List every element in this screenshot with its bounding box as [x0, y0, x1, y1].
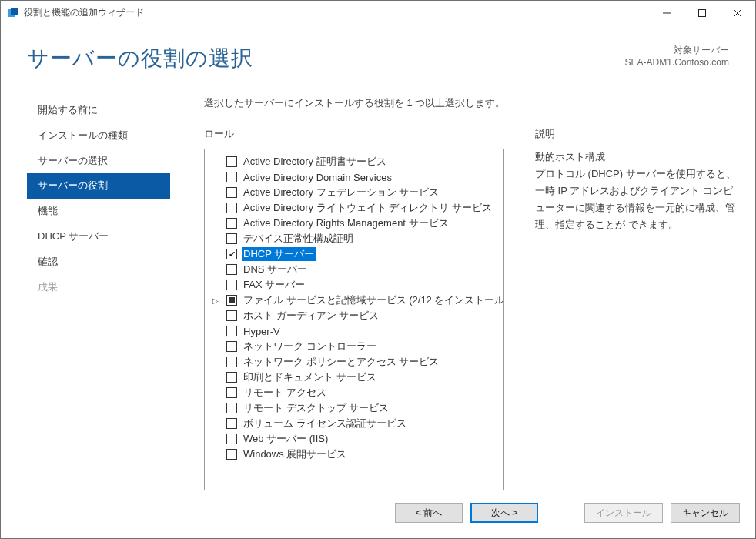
- role-label: 印刷とドキュメント サービス: [242, 370, 378, 384]
- page-title: サーバーの役割の選択: [27, 44, 253, 73]
- description-text: 動的ホスト構成プロトコル (DHCP) サーバーを使用すると、一時 IP アドレ…: [535, 149, 740, 233]
- role-label: Active Directory ライトウェイト ディレクトリ サービス: [242, 201, 493, 215]
- role-checkbox[interactable]: [226, 280, 237, 290]
- columns: ロール Active Directory 証明書サービスActive Direc…: [204, 127, 740, 490]
- target-server-name: SEA-ADM1.Contoso.com: [625, 57, 729, 68]
- svg-rect-3: [699, 9, 706, 16]
- svg-line-4: [734, 9, 741, 17]
- role-checkbox[interactable]: [226, 326, 237, 336]
- footer: < 前へ 次へ > インストール キャンセル: [1, 490, 755, 538]
- svg-rect-1: [11, 8, 18, 15]
- main-panel: 選択したサーバーにインストールする役割を 1 つ以上選択します。 ロール Act…: [170, 92, 740, 490]
- button-spacer: [546, 503, 577, 523]
- sidebar-item[interactable]: 確認: [27, 249, 170, 275]
- role-row[interactable]: FAX サーバー: [205, 277, 503, 293]
- body: 開始する前にインストールの種類サーバーの選択サーバーの役割機能DHCP サーバー…: [1, 79, 755, 490]
- install-button[interactable]: インストール: [584, 503, 663, 523]
- role-checkbox[interactable]: [226, 264, 237, 275]
- role-label: Windows 展開サービス: [242, 447, 348, 461]
- role-checkbox[interactable]: [226, 434, 237, 444]
- role-label: ホスト ガーディアン サービス: [242, 309, 380, 323]
- role-checkbox[interactable]: [226, 249, 237, 259]
- role-row[interactable]: 印刷とドキュメント サービス: [205, 370, 503, 385]
- role-row[interactable]: ホスト ガーディアン サービス: [205, 308, 503, 323]
- role-row[interactable]: ボリューム ライセンス認証サービス: [205, 416, 503, 431]
- role-row[interactable]: Web サーバー (IIS): [205, 431, 503, 447]
- titlebar: 役割と機能の追加ウィザード: [1, 1, 755, 25]
- next-button[interactable]: 次へ >: [470, 503, 538, 523]
- role-checkbox[interactable]: [226, 357, 237, 367]
- role-checkbox[interactable]: [226, 203, 237, 213]
- sidebar-item[interactable]: DHCP サーバー: [27, 224, 170, 249]
- role-checkbox[interactable]: [226, 172, 237, 182]
- role-checkbox[interactable]: [226, 387, 237, 398]
- roles-heading: ロール: [204, 127, 504, 141]
- role-label: ネットワーク コントローラー: [242, 340, 378, 353]
- sidebar-item[interactable]: サーバーの選択: [27, 149, 170, 174]
- target-label: 対象サーバー: [625, 44, 729, 57]
- role-checkbox[interactable]: [226, 218, 237, 229]
- role-row[interactable]: DHCP サーバー: [205, 246, 503, 262]
- role-label: Active Directory フェデレーション サービス: [242, 186, 440, 199]
- role-row[interactable]: ネットワーク ポリシーとアクセス サービス: [205, 354, 503, 370]
- sidebar-item[interactable]: 機能: [27, 199, 170, 224]
- role-label: DNS サーバー: [242, 263, 309, 276]
- cancel-button[interactable]: キャンセル: [671, 503, 740, 523]
- wizard-window: 役割と機能の追加ウィザード サーバーの役割の選択 対象サーバー SEA-ADM1…: [0, 0, 756, 539]
- role-label: DHCP サーバー: [242, 247, 316, 261]
- prev-button[interactable]: < 前へ: [395, 503, 463, 523]
- role-row[interactable]: Active Directory ライトウェイト ディレクトリ サービス: [205, 200, 503, 216]
- role-label: Hyper-V: [242, 326, 282, 337]
- maximize-button[interactable]: [684, 1, 720, 25]
- sidebar-item[interactable]: サーバーの役割: [27, 173, 170, 199]
- sidebar-item[interactable]: インストールの種類: [27, 123, 170, 149]
- role-row[interactable]: DNS サーバー: [205, 262, 503, 277]
- role-checkbox[interactable]: [226, 418, 237, 429]
- close-button[interactable]: [720, 1, 755, 25]
- role-row[interactable]: Hyper-V: [205, 323, 503, 339]
- sidebar-item[interactable]: 開始する前に: [27, 98, 170, 123]
- svg-line-5: [734, 9, 741, 17]
- description-column: 説明 動的ホスト構成プロトコル (DHCP) サーバーを使用すると、一時 IP …: [535, 127, 740, 490]
- role-checkbox[interactable]: [226, 233, 237, 244]
- role-row[interactable]: リモート アクセス: [205, 385, 503, 400]
- role-label: リモート アクセス: [242, 386, 328, 400]
- window-title: 役割と機能の追加ウィザード: [24, 6, 649, 19]
- role-label: Active Directory Domain Services: [242, 172, 393, 183]
- instruction-text: 選択したサーバーにインストールする役割を 1 つ以上選択します。: [204, 96, 740, 110]
- roles-column: ロール Active Directory 証明書サービスActive Direc…: [204, 127, 504, 490]
- role-row[interactable]: Windows 展開サービス: [205, 447, 503, 462]
- role-checkbox[interactable]: [226, 372, 237, 383]
- role-row[interactable]: Active Directory フェデレーション サービス: [205, 185, 503, 200]
- description-heading: 説明: [535, 127, 740, 141]
- role-row[interactable]: Active Directory Rights Management サービス: [205, 216, 503, 231]
- role-row[interactable]: ▷ファイル サービスと記憶域サービス (2/12 をインストール済み): [205, 293, 503, 308]
- role-row[interactable]: ネットワーク コントローラー: [205, 339, 503, 354]
- role-row[interactable]: Active Directory 証明書サービス: [205, 154, 503, 169]
- role-checkbox[interactable]: [226, 295, 237, 306]
- role-label: Active Directory 証明書サービス: [242, 155, 388, 169]
- app-icon: [7, 7, 19, 19]
- role-checkbox[interactable]: [226, 341, 237, 352]
- role-row[interactable]: Active Directory Domain Services: [205, 169, 503, 185]
- role-row[interactable]: リモート デスクトップ サービス: [205, 400, 503, 416]
- minimize-button[interactable]: [649, 1, 684, 25]
- role-checkbox[interactable]: [226, 403, 237, 413]
- role-checkbox[interactable]: [226, 156, 237, 167]
- roles-scroll[interactable]: Active Directory 証明書サービスActive Directory…: [205, 149, 503, 490]
- role-label: Active Directory Rights Management サービス: [242, 216, 450, 230]
- role-checkbox[interactable]: [226, 187, 237, 198]
- role-checkbox[interactable]: [226, 449, 237, 460]
- role-checkbox[interactable]: [226, 310, 237, 321]
- header: サーバーの役割の選択 対象サーバー SEA-ADM1.Contoso.com: [1, 25, 755, 79]
- role-label: Web サーバー (IIS): [242, 432, 329, 446]
- role-row[interactable]: デバイス正常性構成証明: [205, 231, 503, 246]
- role-label: ファイル サービスと記憶域サービス (2/12 をインストール済み): [242, 293, 503, 307]
- target-server-block: 対象サーバー SEA-ADM1.Contoso.com: [625, 44, 729, 68]
- role-label: ネットワーク ポリシーとアクセス サービス: [242, 355, 440, 369]
- sidebar: 開始する前にインストールの種類サーバーの選択サーバーの役割機能DHCP サーバー…: [1, 92, 170, 490]
- sidebar-item: 成果: [27, 275, 170, 300]
- expand-icon[interactable]: ▷: [211, 296, 220, 305]
- roles-listbox[interactable]: Active Directory 証明書サービスActive Directory…: [204, 149, 504, 490]
- role-label: ボリューム ライセンス認証サービス: [242, 417, 408, 430]
